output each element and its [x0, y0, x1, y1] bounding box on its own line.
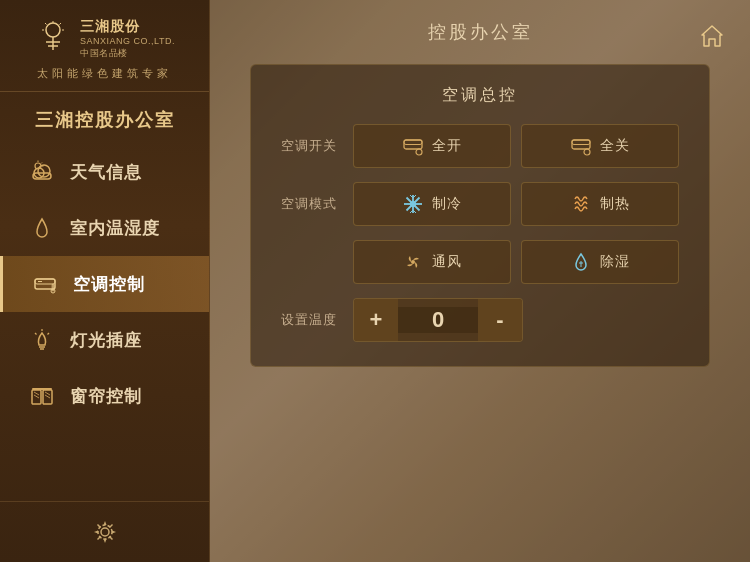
svg-line-32	[45, 395, 50, 398]
btn-cool-label: 制冷	[432, 195, 462, 213]
ac-panel-title: 空调总控	[281, 85, 679, 106]
logo-icon	[34, 20, 72, 58]
sidebar-label-ac: 空调控制	[73, 273, 145, 296]
main-content: 控股办公室 空调总控 空调开关	[210, 0, 750, 562]
page-title: 控股办公室	[428, 20, 533, 44]
light-icon	[28, 326, 56, 354]
logo-text: 三湘股份 SANXIANG CO.,LTD. 中国名品楼	[80, 18, 175, 60]
svg-point-41	[584, 149, 590, 155]
logo-tagline: 太阳能绿色建筑专家	[37, 66, 172, 81]
cloud-icon	[28, 158, 56, 186]
svg-rect-27	[32, 390, 41, 404]
temp-increase-button[interactable]: -	[478, 299, 522, 341]
settings-icon[interactable]	[91, 518, 119, 546]
svg-line-6	[45, 23, 47, 25]
btn-heat[interactable]: 制热	[521, 182, 679, 226]
btn-heat-label: 制热	[600, 195, 630, 213]
home-icon	[698, 22, 726, 50]
svg-rect-28	[43, 390, 52, 404]
sidebar-label-weather: 天气信息	[70, 161, 142, 184]
mode-buttons-2: 通风 除湿	[353, 240, 679, 284]
svg-point-33	[101, 528, 109, 536]
ac-on-icon	[402, 135, 424, 157]
switch-buttons: 全开 全关	[353, 124, 679, 168]
logo-cn: 三湘股份	[80, 18, 175, 36]
snowflake-icon	[402, 193, 424, 215]
svg-line-5	[60, 23, 62, 25]
btn-cool[interactable]: 制冷	[353, 182, 511, 226]
btn-fan-label: 通风	[432, 253, 462, 271]
svg-line-25	[35, 333, 37, 335]
logo-en: SANXIANG CO.,LTD.	[80, 36, 175, 46]
logo-area: 三湘股份 SANXIANG CO.,LTD. 中国名品楼 太阳能绿色建筑专家	[0, 0, 209, 92]
temp-value: 0	[398, 307, 478, 333]
fan-icon	[402, 251, 424, 273]
temp-controls: + 0 -	[353, 298, 523, 342]
home-button[interactable]	[694, 18, 730, 54]
switch-row: 空调开关 全开	[281, 124, 679, 168]
sidebar: 三湘股份 SANXIANG CO.,LTD. 中国名品楼 太阳能绿色建筑专家 三…	[0, 0, 210, 562]
sidebar-item-weather[interactable]: 天气信息	[0, 144, 209, 200]
mode-row-1: 空调模式	[281, 182, 679, 226]
nav-items: 天气信息 室内温湿度 空调控制	[0, 144, 209, 501]
svg-line-31	[45, 392, 50, 395]
svg-point-52	[411, 260, 415, 264]
svg-rect-40	[572, 140, 590, 145]
logo-sub: 中国名品楼	[80, 47, 175, 60]
btn-dehumid[interactable]: 除湿	[521, 240, 679, 284]
mode-row-2: 空调模式 通风	[281, 240, 679, 284]
temp-decrease-button[interactable]: +	[354, 299, 398, 341]
sidebar-label-climate: 室内温湿度	[70, 217, 160, 240]
drop-icon	[28, 214, 56, 242]
mode-buttons-1: 制冷 制热	[353, 182, 679, 226]
btn-fan[interactable]: 通风	[353, 240, 511, 284]
sidebar-item-curtain[interactable]: 窗帘控制	[0, 368, 209, 424]
switch-label: 空调开关	[281, 137, 341, 155]
sidebar-item-ac[interactable]: 空调控制	[0, 256, 209, 312]
svg-point-37	[416, 149, 422, 155]
sidebar-label-curtain: 窗帘控制	[70, 385, 142, 408]
sidebar-title: 三湘控股办公室	[35, 92, 175, 144]
svg-line-29	[34, 392, 39, 395]
main-header: 控股办公室	[210, 0, 750, 54]
ac-control-panel: 空调总控 空调开关 全开	[210, 54, 750, 562]
btn-on-label: 全开	[432, 137, 462, 155]
btn-off-label: 全关	[600, 137, 630, 155]
mode-label: 空调模式	[281, 195, 341, 213]
svg-line-30	[34, 395, 39, 398]
svg-line-24	[48, 333, 50, 335]
ac-icon	[31, 270, 59, 298]
sidebar-item-light[interactable]: 灯光插座	[0, 312, 209, 368]
svg-rect-20	[52, 284, 54, 291]
ac-panel: 空调总控 空调开关 全开	[250, 64, 710, 367]
svg-rect-36	[404, 140, 422, 145]
curtain-icon	[28, 382, 56, 410]
svg-line-15	[41, 163, 42, 164]
sidebar-footer	[0, 501, 209, 562]
sidebar-label-light: 灯光插座	[70, 329, 142, 352]
heat-icon	[570, 193, 592, 215]
btn-dehumid-label: 除湿	[600, 253, 630, 271]
svg-point-34	[98, 525, 112, 539]
dehumid-icon	[570, 251, 592, 273]
btn-ac-on[interactable]: 全开	[353, 124, 511, 168]
temp-row: 设置温度 + 0 -	[281, 298, 679, 342]
sidebar-item-climate[interactable]: 室内温湿度	[0, 200, 209, 256]
btn-ac-off[interactable]: 全关	[521, 124, 679, 168]
ac-off-icon	[570, 135, 592, 157]
temp-label: 设置温度	[281, 311, 341, 329]
svg-point-0	[46, 23, 60, 37]
